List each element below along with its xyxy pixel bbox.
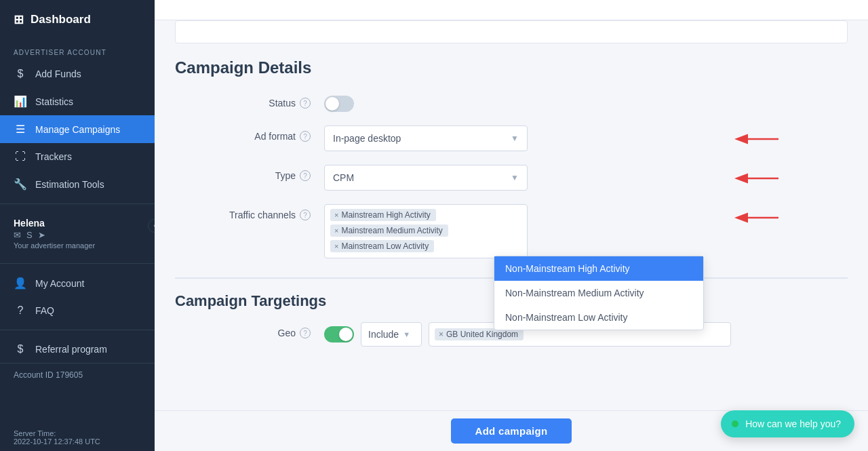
type-value: CPM (333, 172, 354, 183)
geo-tag-remove[interactable]: × (439, 330, 443, 339)
sidebar-user: Helena ✉ S ➤ Your advertiser manager (0, 210, 155, 258)
add-campaign-button[interactable]: Add campaign (451, 418, 572, 444)
sidebar-item-add-funds[interactable]: $ Add Funds (0, 60, 155, 87)
sidebar-divider-1 (0, 203, 155, 204)
traffic-channels-control: × Mainstream High Activity × Mainstream … (324, 204, 731, 258)
trackers-icon: ⛶ (14, 151, 27, 163)
traffic-channels-help-icon[interactable]: ? (300, 210, 311, 220)
status-help-icon[interactable]: ? (300, 98, 311, 109)
skype-icon[interactable]: S (26, 230, 33, 240)
sidebar-item-referral-label: Referral program (35, 344, 107, 355)
tag-medium-label: Mainstream Medium Activity (341, 226, 442, 235)
sidebar-user-icons: ✉ S ➤ (14, 230, 95, 240)
sidebar-user-name: Helena (14, 218, 95, 229)
chat-text: How can we help you? (745, 418, 841, 429)
referral-icon: $ (14, 343, 27, 355)
statistics-icon: 📊 (14, 95, 27, 108)
status-row: Status ? (175, 92, 848, 112)
tag-mainstream-high: × Mainstream High Activity (330, 209, 436, 221)
arrow-ad-format (731, 129, 785, 152)
type-control: CPM ▼ (324, 165, 731, 191)
ad-format-chevron-icon: ▼ (511, 134, 519, 143)
sidebar-item-add-funds-label: Add Funds (35, 68, 81, 79)
chat-widget[interactable]: How can we help you? (721, 410, 854, 437)
sidebar-item-trackers-label: Trackers (35, 151, 72, 162)
sidebar-item-estimation-tools-label: Estimation Tools (35, 179, 104, 190)
estimation-tools-icon: 🔧 (14, 178, 27, 191)
geo-tag-label: GB United Kingdom (446, 330, 518, 339)
server-time-value: 2022-10-17 12:37:48 UTC (14, 437, 141, 446)
dropdown-item-non-mainstream-medium[interactable]: Non-Mainstream Medium Activity (494, 281, 703, 305)
type-chevron-icon: ▼ (511, 173, 519, 182)
geo-toggle-knob (339, 328, 353, 341)
content-area: Campaign Details Status ? Ad format ? (155, 20, 868, 410)
sidebar-section-advertiser: ADVERTISER ACCOUNT (0, 39, 155, 60)
sidebar-bottom: Server Time: 2022-10-17 12:37:48 UTC (0, 423, 155, 451)
ad-format-control: In-page desktop ▼ (324, 125, 731, 151)
ad-format-value: In-page desktop (333, 133, 401, 144)
type-row: Type ? CPM ▼ (175, 165, 848, 191)
chat-dot (732, 420, 738, 427)
type-select[interactable]: CPM ▼ (324, 165, 528, 191)
sidebar-divider-2 (0, 263, 155, 264)
status-toggle[interactable] (324, 96, 354, 112)
geo-label: Geo ? (175, 322, 324, 338)
tag-mainstream-low: × Mainstream Low Activity (330, 240, 434, 252)
traffic-channels-multiselect[interactable]: × Mainstream High Activity × Mainstream … (324, 204, 528, 258)
sidebar-item-my-account[interactable]: 👤 My Account (0, 269, 155, 297)
page-title: Campaign Details (175, 58, 848, 77)
traffic-channels-label: Traffic channels ? (175, 204, 324, 220)
include-label: Include (368, 329, 399, 340)
dropdown-item-non-mainstream-high[interactable]: Non-Mainstream High Activity (494, 256, 703, 281)
include-select[interactable]: Include ▼ (361, 322, 422, 347)
faq-icon: ? (14, 305, 27, 317)
dashboard-label: Dashboard (31, 13, 91, 26)
telegram-icon[interactable]: ➤ (38, 230, 45, 240)
sidebar-item-trackers[interactable]: ⛶ Trackers (0, 143, 155, 170)
sidebar-collapse[interactable]: ‹ (148, 219, 155, 233)
dashboard-icon: ⊞ (14, 12, 24, 27)
sidebar-item-manage-campaigns[interactable]: ☰ Manage Campaigns (0, 115, 155, 143)
geo-help-icon[interactable]: ? (300, 328, 311, 338)
geo-toggle[interactable] (324, 326, 354, 342)
sidebar-item-faq-label: FAQ (35, 305, 54, 316)
tag-medium-remove[interactable]: × (334, 227, 338, 235)
sidebar-account-id: Account ID 179605 (0, 363, 155, 387)
tag-mainstream-medium: × Mainstream Medium Activity (330, 224, 448, 237)
tag-low-label: Mainstream Low Activity (341, 241, 429, 251)
sidebar-item-statistics[interactable]: 📊 Statistics (0, 87, 155, 115)
sidebar-item-estimation-tools[interactable]: 🔧 Estimation Tools (0, 170, 155, 198)
status-label: Status ? (175, 92, 324, 109)
sidebar: ⊞ Dashboard ADVERTISER ACCOUNT $ Add Fun… (0, 0, 155, 451)
tag-low-remove[interactable]: × (334, 242, 338, 250)
account-id-label: Account ID 179605 (14, 370, 83, 380)
include-chevron-icon: ▼ (403, 330, 410, 338)
sidebar-divider-3 (0, 330, 155, 330)
email-icon[interactable]: ✉ (14, 230, 21, 240)
sidebar-user-subtitle: Your advertiser manager (14, 241, 95, 250)
my-account-icon: 👤 (14, 277, 27, 290)
breadcrumb-bar (175, 20, 848, 43)
tag-high-label: Mainstream High Activity (341, 210, 430, 220)
ad-format-row: Ad format ? In-page desktop ▼ (175, 125, 848, 151)
ad-format-select[interactable]: In-page desktop ▼ (324, 125, 528, 151)
status-toggle-wrap (324, 92, 731, 112)
server-time-label: Server Time: (14, 429, 141, 437)
manage-campaigns-icon: ☰ (14, 123, 27, 136)
tags-area: × Mainstream High Activity × Mainstream … (325, 205, 527, 252)
sidebar-item-faq[interactable]: ? FAQ (0, 297, 155, 324)
sidebar-item-statistics-label: Statistics (35, 96, 73, 107)
tag-high-remove[interactable]: × (334, 211, 338, 219)
ad-format-label: Ad format ? (175, 125, 324, 142)
ad-format-help-icon[interactable]: ? (300, 131, 311, 142)
traffic-channels-row: Traffic channels ? × Mainstream High Act… (175, 204, 848, 258)
main-content: Campaign Details Status ? Ad format ? (155, 0, 868, 451)
add-funds-icon: $ (14, 68, 27, 80)
sidebar-dashboard[interactable]: ⊞ Dashboard (0, 0, 155, 39)
type-help-icon[interactable]: ? (300, 170, 311, 181)
traffic-channels-dropdown: Non-Mainstream High Activity Non-Mainstr… (494, 256, 704, 330)
sidebar-item-my-account-label: My Account (35, 278, 84, 289)
sidebar-item-referral[interactable]: $ Referral program (0, 336, 155, 363)
status-control (324, 92, 731, 112)
dropdown-item-non-mainstream-low[interactable]: Non-Mainstream Low Activity (494, 305, 703, 330)
